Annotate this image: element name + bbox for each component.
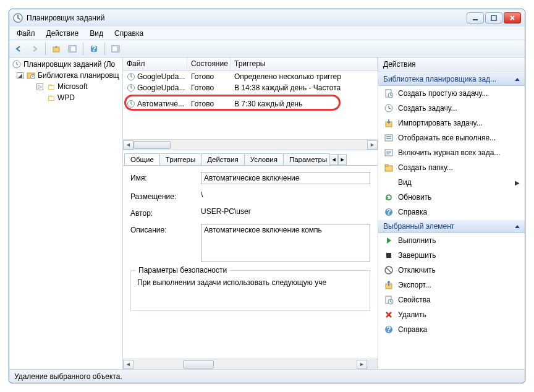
enable-history-icon [383, 148, 394, 158]
menu-file[interactable]: Файл [12, 28, 40, 39]
column-file[interactable]: Файл [123, 58, 187, 70]
horizontal-scrollbar[interactable]: ◄ ► [123, 139, 378, 150]
help-icon: ? [383, 207, 394, 217]
task-row[interactable]: GoogleUpda... Готово В 14:38 каждый день… [123, 82, 378, 93]
menu-action[interactable]: Действие [41, 28, 84, 39]
task-row[interactable]: GoogleUpda... Готово Определено нескольк… [123, 71, 378, 82]
action-show-running[interactable]: Отображать все выполняе... [378, 130, 525, 145]
folder-icon: 🗀 [46, 93, 56, 103]
collapse-icon [515, 225, 520, 228]
tab-settings[interactable]: Параметры [283, 153, 330, 165]
author-value: USER-PC\user [201, 207, 370, 216]
scroll-left-button[interactable]: ◄ [123, 140, 134, 150]
action-run[interactable]: Выполнить [378, 233, 525, 248]
tab-triggers[interactable]: Триггеры [159, 153, 201, 165]
tree-root[interactable]: Планировщик заданий (Ло [9, 59, 122, 70]
author-label: Автор: [130, 207, 201, 218]
name-label: Имя: [130, 172, 201, 182]
help-button[interactable]: ? [87, 42, 101, 56]
back-button[interactable] [12, 42, 25, 56]
action-refresh[interactable]: Обновить [378, 190, 525, 205]
action-new[interactable]: Создать задачу... [378, 101, 525, 116]
tab-scroll-left[interactable]: ◄ [329, 154, 338, 165]
action-enable-history[interactable]: Включить журнал всех зада... [378, 145, 525, 160]
end-icon [383, 250, 394, 260]
help-icon: ? [383, 325, 394, 334]
security-group: Параметры безопасности При выполнении за… [130, 270, 370, 311]
menu-view[interactable]: Вид [85, 28, 108, 39]
action-help[interactable]: ?Справка [378, 322, 525, 337]
library-icon [26, 70, 36, 80]
action-import[interactable]: Импортировать задачу... [378, 116, 525, 130]
submenu-arrow-icon: ▶ [515, 179, 520, 186]
svg-rect-28 [386, 253, 391, 258]
show-running-icon [383, 133, 394, 143]
svg-rect-9 [117, 46, 119, 52]
status-text: Удаление выбранного объекта. [14, 372, 122, 381]
scroll-right-button[interactable]: ► [367, 140, 378, 150]
action-new-basic[interactable]: Создать простую задачу... [378, 86, 525, 101]
expander-icon[interactable]: ▷ [36, 83, 43, 90]
scroll-thumb[interactable] [183, 360, 214, 369]
column-triggers[interactable]: Триггеры [231, 58, 378, 70]
statusbar: Удаление выбранного объекта. [9, 369, 525, 383]
scroll-right-button[interactable]: ► [357, 360, 367, 369]
tree-microsoft[interactable]: ▷ 🗀 Microsoft [9, 81, 122, 92]
minimize-button[interactable] [467, 12, 484, 23]
action-export[interactable]: Экспорт... [378, 278, 525, 292]
task-list: Файл Состояние Триггеры GoogleUpda... Го… [123, 58, 378, 150]
detail-horizontal-scrollbar[interactable]: ◄ ► [123, 359, 378, 369]
svg-rect-22 [386, 138, 391, 139]
security-text: При выполнении задачи использовать следу… [137, 278, 363, 287]
maximize-button[interactable] [485, 12, 502, 23]
refresh-icon [383, 192, 394, 202]
svg-rect-2 [491, 15, 496, 20]
new-basic-icon [383, 88, 394, 98]
svg-rect-1 [473, 19, 478, 20]
close-button[interactable] [504, 12, 521, 23]
action-section-header[interactable]: Выбранный элемент [378, 219, 525, 233]
action-delete[interactable]: Удалить [378, 307, 525, 322]
tree-pane: Планировщик заданий (Ло ◢ Библиотека пла… [9, 58, 123, 369]
action-disable[interactable]: Отключить [378, 263, 525, 278]
show-hide-tree-button[interactable] [66, 42, 79, 56]
scroll-left-button[interactable]: ◄ [123, 360, 134, 369]
tree-wpd[interactable]: 🗀 WPD [9, 92, 122, 103]
actions-title: Действия [378, 58, 525, 72]
show-hide-action-button[interactable] [109, 42, 122, 56]
properties-icon [383, 295, 394, 305]
titlebar[interactable]: Планировщик заданий [9, 9, 525, 27]
tab-scroll-right[interactable]: ► [338, 154, 347, 165]
expander-icon[interactable]: ◢ [17, 72, 23, 79]
action-properties[interactable]: Свойства [378, 292, 525, 307]
forward-button[interactable] [28, 42, 41, 56]
column-state[interactable]: Состояние [187, 58, 231, 70]
svg-rect-5 [69, 46, 71, 52]
description-label: Описание: [130, 224, 201, 234]
actions-pane: Действия Библиотека планировщика зад...С… [378, 58, 525, 369]
tab-general[interactable]: Общие [124, 153, 160, 165]
action-help[interactable]: ?Справка [378, 205, 525, 219]
action-end[interactable]: Завершить [378, 248, 525, 263]
window-title: Планировщик заданий [27, 14, 467, 22]
location-value: \ [201, 190, 370, 199]
security-group-label: Параметры безопасности [136, 266, 229, 275]
menu-help[interactable]: Справка [109, 28, 148, 39]
action-view[interactable]: Вид▶ [378, 175, 525, 190]
tab-conditions[interactable]: Условия [244, 153, 284, 165]
up-button[interactable] [49, 42, 63, 56]
tab-actions[interactable]: Действия [201, 153, 244, 165]
collapse-icon [515, 78, 520, 81]
action-section-header[interactable]: Библиотека планировщика зад... [378, 72, 525, 86]
view-icon [383, 177, 394, 187]
name-field[interactable] [201, 172, 370, 184]
action-new-folder[interactable]: Создать папку... [378, 160, 525, 175]
svg-text:?: ? [91, 45, 96, 53]
tree-library[interactable]: ◢ Библиотека планировщ [9, 70, 122, 81]
delete-icon [383, 310, 394, 320]
svg-rect-21 [386, 136, 391, 137]
task-row-selected[interactable]: Автоматиче... Готово В 7:30 каждый день [123, 98, 378, 109]
scroll-thumb[interactable] [134, 141, 171, 149]
clock-icon [127, 83, 135, 92]
description-field[interactable] [201, 224, 370, 262]
